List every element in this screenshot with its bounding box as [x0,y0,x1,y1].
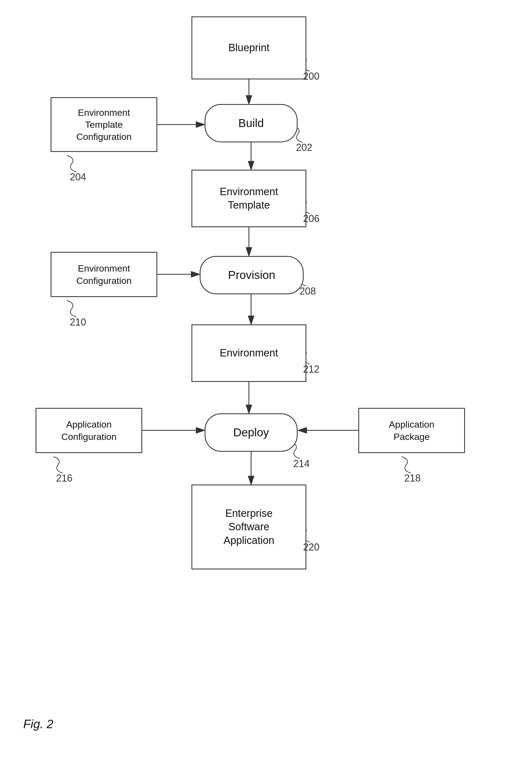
blueprint-label: Blueprint [228,41,269,54]
provision-box: Provision [200,256,304,294]
deploy-label: Deploy [233,426,269,439]
env-template-box: Environment Template [191,170,306,227]
env-template-config-box: Environment Template Configuration [51,97,157,152]
enterprise-app-box: Enterprise Software Application [191,484,306,569]
provision-label: Provision [228,269,275,282]
env-template-ref: 206 [303,213,319,225]
app-package-label: Application Package [389,418,434,442]
env-template-config-label: Environment Template Configuration [76,106,132,143]
enterprise-app-ref: 220 [303,541,319,553]
environment-label: Environment [220,346,278,360]
env-template-label: Environment Template [220,185,278,212]
env-config-box: Environment Configuration [51,252,157,297]
build-label: Build [238,117,264,130]
build-ref: 202 [296,142,312,153]
build-box: Build [205,104,298,142]
enterprise-app-label: Enterprise Software Application [223,507,274,547]
provision-ref: 208 [300,286,316,297]
blueprint-ref: 200 [303,71,319,82]
environment-ref: 212 [303,364,319,375]
app-package-box: Application Package [358,408,465,453]
deploy-ref: 214 [293,458,310,469]
figure-label: Fig. 2 [23,717,53,731]
app-config-label: Application Configuration [61,418,117,442]
blueprint-box: Blueprint [191,16,306,79]
deploy-box: Deploy [205,413,298,452]
environment-box: Environment [191,324,306,382]
env-template-config-ref: 204 [70,171,86,183]
env-config-ref: 210 [70,317,86,328]
app-config-box: Application Configuration [36,408,142,453]
env-config-label: Environment Configuration [76,262,132,286]
app-package-ref: 218 [404,472,421,484]
diagram-container: Blueprint 200 Build 202 Environment Temp… [0,0,532,775]
app-config-ref: 216 [56,472,72,484]
